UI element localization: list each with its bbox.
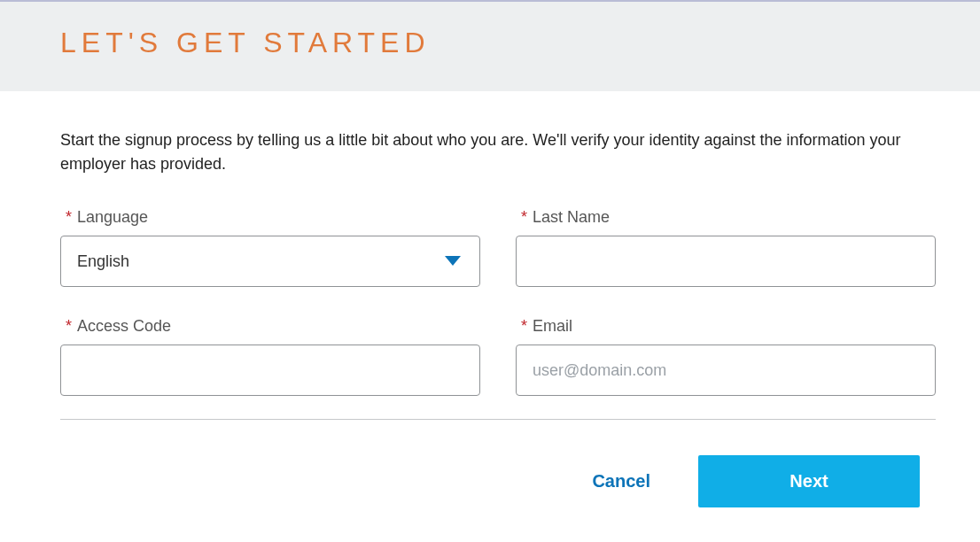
email-label-text: Email	[533, 317, 572, 335]
divider	[60, 419, 936, 420]
language-field: *Language English	[60, 208, 480, 287]
last-name-field: *Last Name	[516, 208, 936, 287]
intro-text: Start the signup process by telling us a…	[60, 128, 936, 176]
language-label-text: Language	[77, 208, 148, 226]
page-title: LET'S GET STARTED	[60, 27, 920, 59]
email-field: *Email	[516, 317, 936, 396]
language-select[interactable]: English	[60, 236, 480, 287]
access-code-input[interactable]	[60, 345, 480, 396]
language-value: English	[77, 252, 129, 271]
required-marker: *	[521, 208, 527, 226]
access-code-label-text: Access Code	[77, 317, 171, 335]
email-input[interactable]	[516, 345, 936, 396]
email-label: *Email	[521, 317, 936, 336]
access-code-field: *Access Code	[60, 317, 480, 396]
last-name-label-text: Last Name	[533, 208, 610, 226]
required-marker: *	[66, 208, 72, 226]
language-select-wrap: English	[60, 236, 480, 287]
language-label: *Language	[66, 208, 480, 227]
required-marker: *	[521, 317, 527, 335]
access-code-label: *Access Code	[66, 317, 480, 336]
next-button[interactable]: Next	[698, 455, 920, 507]
last-name-label: *Last Name	[521, 208, 936, 227]
form-content: Start the signup process by telling us a…	[0, 91, 980, 507]
cancel-button[interactable]: Cancel	[592, 471, 650, 492]
last-name-input[interactable]	[516, 236, 936, 287]
page-header: LET'S GET STARTED	[0, 0, 980, 91]
actions-row: Cancel Next	[60, 455, 936, 507]
required-marker: *	[66, 317, 72, 335]
form-grid: *Language English *Last Name *Access Cod…	[60, 208, 936, 396]
